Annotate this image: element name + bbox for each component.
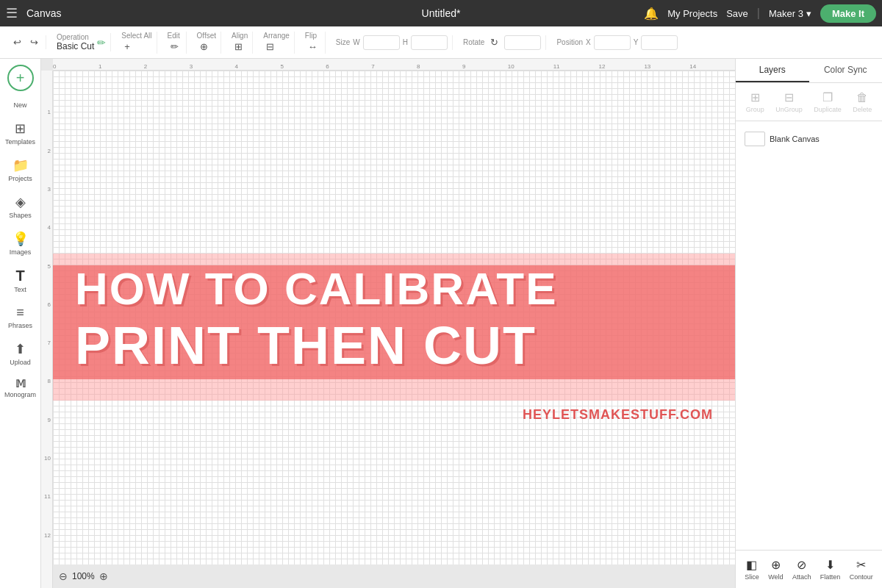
arrange-button[interactable]: ⊟ <box>263 40 277 54</box>
slice-button[interactable]: ◧ Slice <box>740 555 764 584</box>
ruler-left-tick: 8 <box>48 378 51 384</box>
weld-label: Weld <box>768 573 783 581</box>
slice-icon: ◧ <box>746 558 757 572</box>
arrange-group: Arrange ⊟ <box>259 32 295 54</box>
topbar-right: 🔔 My Projects Save | Maker 3 ▾ Make It <box>644 4 876 23</box>
ungroup-button[interactable]: ⊟ UnGroup <box>771 87 807 116</box>
operation-edit-icon[interactable]: ✏ <box>97 37 106 49</box>
sidebar-item-shapes[interactable]: ◈ Shapes <box>2 190 39 223</box>
menu-icon[interactable]: ☰ <box>6 5 18 21</box>
right-tabs: Layers Color Sync <box>736 59 882 83</box>
align-group: Align ⊞ <box>227 32 253 54</box>
plus-icon: + <box>16 70 25 87</box>
edit-group: Edit ✏ <box>163 32 187 54</box>
left-sidebar: + New ⊞ Templates 📁 Projects ◈ Shapes 💡 … <box>0 59 41 588</box>
ruler-top-tick: 12 <box>599 63 606 70</box>
ruler-top-tick: 0 <box>53 63 56 70</box>
flatten-button[interactable]: ⬇ Flatten <box>816 555 845 584</box>
shapes-label: Shapes <box>9 212 32 219</box>
select-all-button[interactable]: + <box>121 40 133 54</box>
arrange-label: Arrange <box>263 32 290 40</box>
projects-label: Projects <box>8 175 32 182</box>
delete-icon: 🗑 <box>856 91 868 104</box>
zoom-in-button[interactable]: ⊕ <box>99 570 108 582</box>
position-label: Position <box>556 38 583 46</box>
duplicate-icon: ❐ <box>822 90 833 104</box>
ruler-left-tick: 12 <box>44 532 51 539</box>
upload-icon: ⬆ <box>15 341 26 357</box>
new-label: New <box>13 101 26 109</box>
ruler-left-tick: 7 <box>48 340 51 346</box>
bottom-actions: ◧ Slice ⊕ Weld ⊘ Attach ⬇ Flatten ✂ Cont… <box>736 550 882 588</box>
save-button[interactable]: Save <box>726 8 748 19</box>
weld-button[interactable]: ⊕ Weld <box>764 555 787 584</box>
flip-button[interactable]: ↔ <box>305 40 320 54</box>
rotate-input[interactable] <box>504 35 541 50</box>
h-label: H <box>403 38 408 46</box>
align-label: Align <box>232 32 248 40</box>
ruler-left: 123456789101112 <box>41 71 53 588</box>
zoom-bar: ⊖ 100% ⊕ <box>59 570 108 582</box>
sidebar-item-phrases[interactable]: ≡ Phrases <box>2 301 39 334</box>
new-button[interactable]: + <box>7 65 34 91</box>
y-input[interactable] <box>641 35 678 50</box>
operation-value: Basic Cut <box>57 41 94 51</box>
images-icon: 💡 <box>12 231 29 247</box>
sidebar-item-new-label: New <box>2 97 39 113</box>
attach-label: Attach <box>792 573 811 581</box>
monogram-label: Monogram <box>4 391 36 398</box>
sidebar-item-templates[interactable]: ⊞ Templates <box>2 116 39 150</box>
ruler-top: 0123456789101112131415 <box>53 59 735 71</box>
operation-label: Operation <box>57 33 94 41</box>
offset-button[interactable]: ⊕ <box>197 40 211 54</box>
sidebar-item-monogram[interactable]: 𝕄 Monogram <box>2 373 39 403</box>
sidebar-item-text[interactable]: T Text <box>2 263 39 298</box>
width-input[interactable] <box>363 35 400 50</box>
y-label: Y <box>634 38 639 46</box>
ruler-left-tick: 10 <box>44 455 51 462</box>
ruler-top-tick: 2 <box>144 63 147 70</box>
x-label: X <box>586 38 591 46</box>
ruler-top-tick: 3 <box>190 63 193 70</box>
sidebar-item-upload[interactable]: ⬆ Upload <box>2 337 39 370</box>
ruler-left-tick: 6 <box>48 301 51 308</box>
attach-icon: ⊘ <box>797 558 806 572</box>
machine-selector[interactable]: Maker 3 ▾ <box>769 8 811 19</box>
text-label: Text <box>14 286 26 293</box>
height-input[interactable] <box>411 35 448 50</box>
redo-button[interactable]: ↪ <box>27 35 41 49</box>
sidebar-item-images[interactable]: 💡 Images <box>2 226 39 260</box>
ruler-top-tick: 5 <box>280 63 283 70</box>
delete-button[interactable]: 🗑 Delete <box>848 88 876 116</box>
ruler-left-tick: 9 <box>48 417 51 423</box>
bell-icon[interactable]: 🔔 <box>644 7 659 21</box>
attach-button[interactable]: ⊘ Attach <box>788 555 816 584</box>
make-it-button[interactable]: Make It <box>820 4 876 23</box>
ruler-top-tick: 14 <box>689 63 696 70</box>
text-icon: T <box>15 268 24 284</box>
edit-button[interactable]: ✏ <box>168 40 182 54</box>
duplicate-button[interactable]: ❐ Duplicate <box>809 87 846 116</box>
layer-item-blank-canvas[interactable]: Blank Canvas <box>742 127 876 151</box>
group-button[interactable]: ⊞ Group <box>742 87 769 116</box>
ruler-top-tick: 8 <box>417 63 420 70</box>
ruler-top-tick: 6 <box>326 63 329 70</box>
undo-button[interactable]: ↩ <box>10 35 24 49</box>
flip-group: Flip ↔ <box>301 32 326 54</box>
x-input[interactable] <box>594 35 631 50</box>
banner-website: HEYLETSMAKESTUFF.COM <box>523 407 713 423</box>
tab-layers[interactable]: Layers <box>736 59 809 82</box>
rotate-button[interactable]: ↻ <box>487 35 501 49</box>
canvas-area[interactable]: 0123456789101112131415 123456789101112 H… <box>41 59 735 588</box>
align-button[interactable]: ⊞ <box>232 40 245 54</box>
upload-label: Upload <box>10 359 31 366</box>
topbar: ☰ Canvas Untitled* 🔔 My Projects Save | … <box>0 0 882 26</box>
canvas-content: HOW TO CALIBRATE PRINT THEN CUT HEYLETSM… <box>53 71 735 564</box>
my-projects-link[interactable]: My Projects <box>667 8 717 19</box>
tab-color-sync[interactable]: Color Sync <box>809 59 883 82</box>
main-content: + New ⊞ Templates 📁 Projects ◈ Shapes 💡 … <box>0 59 882 588</box>
phrases-label: Phrases <box>8 322 32 329</box>
sidebar-item-projects[interactable]: 📁 Projects <box>2 153 39 187</box>
zoom-out-button[interactable]: ⊖ <box>59 570 68 582</box>
contour-button[interactable]: ✂ Contour <box>845 555 878 584</box>
